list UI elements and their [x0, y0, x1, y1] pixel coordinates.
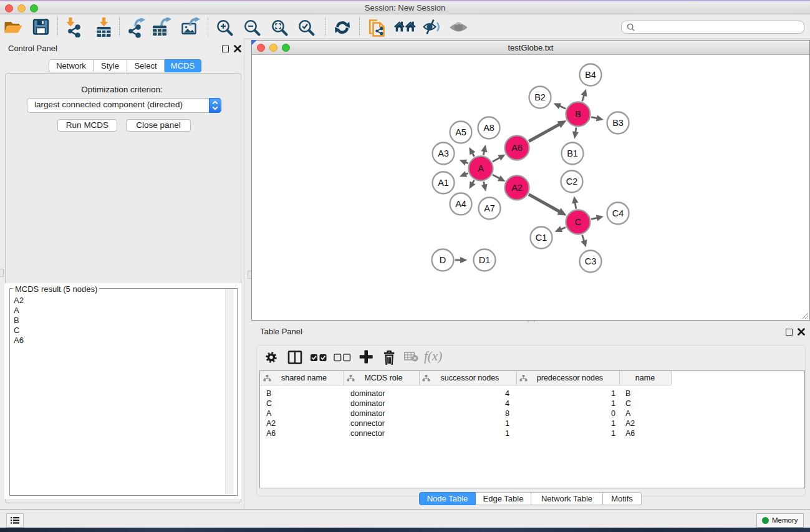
svg-text:A8: A8: [483, 123, 494, 133]
svg-text:A: A: [478, 163, 484, 173]
svg-text:A1: A1: [438, 178, 449, 188]
svg-text:A2: A2: [511, 183, 523, 193]
svg-text:C3: C3: [585, 256, 597, 266]
svg-text:A5: A5: [455, 127, 466, 137]
svg-text:C: C: [575, 217, 581, 227]
svg-text:D1: D1: [479, 255, 491, 265]
svg-text:D: D: [440, 255, 446, 265]
svg-text:C2: C2: [566, 177, 578, 186]
svg-text:B2: B2: [534, 92, 546, 102]
svg-text:A6: A6: [511, 143, 523, 153]
svg-text:C1: C1: [536, 233, 547, 243]
svg-text:B3: B3: [612, 118, 624, 128]
svg-text:B1: B1: [567, 148, 578, 158]
svg-text:A7: A7: [484, 203, 495, 213]
svg-text:C4: C4: [612, 208, 624, 218]
svg-text:A4: A4: [455, 199, 466, 209]
svg-text:B4: B4: [585, 70, 596, 80]
svg-text:B: B: [575, 109, 581, 119]
svg-text:A3: A3: [438, 148, 449, 158]
